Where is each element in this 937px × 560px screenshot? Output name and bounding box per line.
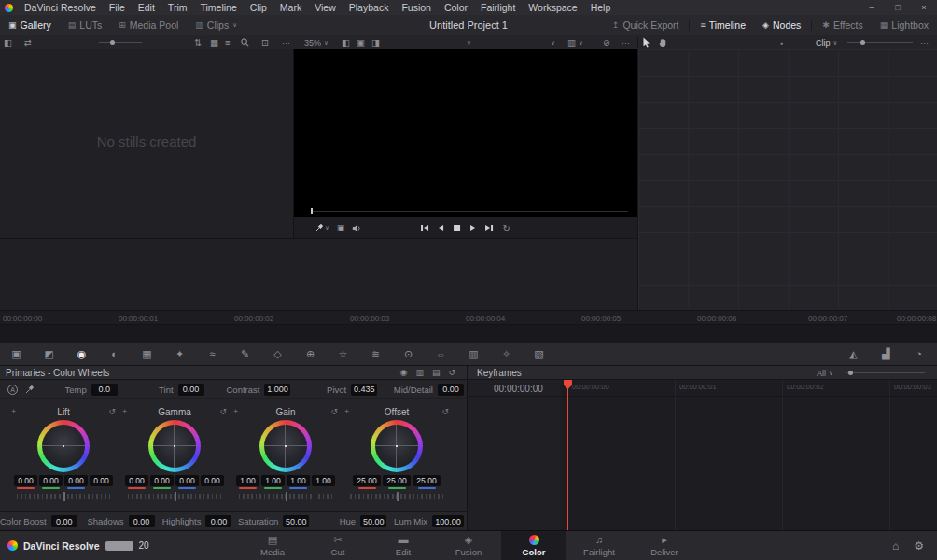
tool-sizing-icon[interactable]: ⇔ [425, 349, 457, 359]
menu-playback[interactable]: Playback [343, 0, 396, 15]
menu-trim[interactable]: Trim [161, 0, 194, 15]
page-tab-fusion[interactable]: ◈ Fusion [436, 531, 501, 560]
viewer-more-icon[interactable]: ··· [622, 35, 630, 49]
home-icon[interactable]: ⌂ [892, 539, 899, 553]
tool-key-icon[interactable]: ⊙ [392, 349, 425, 359]
tool-motion-effects-icon[interactable]: ✦ [163, 349, 196, 359]
nodes-more-icon[interactable]: ··· [920, 35, 929, 49]
keyframes-body[interactable]: 00:00:00:00 00:00:00:00 00:00:00:01 00:0… [468, 380, 937, 530]
clip-selector[interactable]: Clip ∨ [816, 35, 837, 49]
reset-panel-icon[interactable]: ↺ [448, 368, 455, 377]
tool-open-fx-icon[interactable]: ✧ [490, 349, 523, 359]
split-screen-select[interactable]: ∨ [551, 35, 555, 49]
pivot-value[interactable]: 0.435 [351, 384, 377, 396]
minimize-icon[interactable]: – [859, 0, 885, 15]
menu-workspace[interactable]: Workspace [522, 0, 583, 15]
shadows-value[interactable]: 0.00 [129, 515, 155, 527]
page-tab-fairlight[interactable]: ♫ Fairlight [566, 531, 632, 560]
offset-green-value[interactable]: 25.00 [383, 475, 411, 486]
viewer-scrub-bar[interactable] [311, 211, 628, 212]
compare-icon[interactable]: ⇄ [24, 35, 32, 49]
sort-icon[interactable]: ⇅ [194, 35, 202, 49]
wheels-view-icon[interactable]: ◉ [400, 368, 408, 377]
still-wipe-icon[interactable]: ▣ [337, 223, 345, 232]
wipe-mode-a-icon[interactable]: ◧ [342, 35, 350, 49]
play-button[interactable] [470, 225, 475, 231]
menu-view[interactable]: View [308, 0, 343, 15]
hue-value[interactable]: 50.00 [360, 515, 386, 527]
bars-view-icon[interactable]: ▥ [415, 368, 424, 377]
gamma-reset-icon[interactable]: ↺ [216, 407, 227, 416]
menu-timeline[interactable]: Timeline [193, 0, 243, 15]
gain-master-value[interactable]: 1.00 [312, 475, 335, 486]
close-icon[interactable]: × [911, 0, 937, 15]
split-view-icon[interactable]: ◧ [4, 35, 12, 49]
clips-toggle-button[interactable]: ▥ Clips ∨ [187, 15, 245, 35]
gamma-blue-value[interactable]: 0.00 [175, 475, 199, 486]
viewer-panel[interactable]: ∨ ▣ ↻ [294, 49, 637, 238]
search-icon[interactable] [241, 35, 249, 49]
tool-rgb-mixer-icon[interactable]: ▦ [131, 349, 163, 359]
tool-scopes-icon[interactable]: ▟ [870, 349, 902, 359]
page-tab-media[interactable]: ▤ Media [240, 531, 305, 560]
gamma-color-wheel[interactable] [148, 420, 201, 472]
lum-mix-value[interactable]: 100.00 [432, 515, 464, 527]
gain-target-icon[interactable]: + [233, 407, 245, 416]
keyframes-filter-select[interactable]: All ∨ [817, 366, 833, 380]
lift-green-value[interactable]: 0.00 [39, 475, 63, 486]
maximize-icon[interactable]: □ [885, 0, 911, 15]
bypass-grades-icon[interactable]: ⊘ [603, 35, 610, 49]
keyframes-zoom-slider[interactable] [846, 366, 925, 380]
tool-curves-icon[interactable]: ≈ [196, 349, 229, 359]
menu-clip[interactable]: Clip [244, 0, 273, 15]
wipe-mode-c-icon[interactable]: ◨ [371, 35, 380, 49]
viewer-overlay-select[interactable]: ▥∨ [567, 35, 583, 49]
offset-red-value[interactable]: 25.00 [353, 475, 381, 486]
color-picker-icon[interactable]: ∨ [315, 224, 329, 232]
menu-file[interactable]: File [103, 0, 132, 15]
fit-view-icon[interactable]: ⊡ [261, 35, 269, 49]
node-graph-panel[interactable] [637, 49, 937, 310]
gain-red-value[interactable]: 1.00 [236, 475, 259, 486]
mid-detail-value[interactable]: 0.00 [438, 384, 464, 396]
list-view-icon[interactable]: ≡ [225, 35, 231, 49]
nodes-zoom-slider[interactable] [847, 35, 913, 49]
menu-app[interactable]: DaVinci Resolve [18, 0, 103, 15]
menu-fusion[interactable]: Fusion [395, 0, 438, 15]
tool-magic-mask-icon[interactable]: ☆ [327, 349, 359, 359]
gamma-green-value[interactable]: 0.00 [150, 475, 174, 486]
tool-data-levels-icon[interactable]: ◭ [837, 349, 870, 359]
gain-reset-icon[interactable]: ↺ [327, 407, 338, 416]
wipe-mode-b-icon[interactable]: ▣ [357, 35, 365, 49]
tool-stereo-3d-icon[interactable]: ▥ [457, 349, 490, 359]
luts-toggle-button[interactable]: ▤ LUTs [60, 15, 110, 35]
highlights-value[interactable]: 0.00 [205, 515, 231, 527]
lift-red-value[interactable]: 0.00 [14, 475, 37, 486]
log-view-icon[interactable]: ▤ [432, 368, 441, 377]
loop-icon[interactable]: ↻ [503, 223, 510, 233]
media-pool-toggle-button[interactable]: ⊞ Media Pool [110, 15, 187, 35]
effects-toggle-button[interactable]: ✱ Effects [814, 15, 871, 35]
tool-color-match-icon[interactable]: ◩ [33, 349, 65, 359]
thumbnail-view-icon[interactable]: ▦ [210, 35, 218, 49]
gain-blue-value[interactable]: 1.00 [287, 475, 310, 486]
cursor-tool-icon[interactable] [643, 35, 650, 49]
temp-value[interactable]: 0.0 [91, 384, 118, 396]
offset-blue-value[interactable]: 25.00 [413, 475, 441, 486]
tool-color-wheels-icon[interactable]: ◉ [65, 349, 98, 359]
gamma-red-value[interactable]: 0.00 [125, 475, 148, 486]
tool-qualifier-icon[interactable]: ✎ [229, 349, 261, 359]
tool-tracker-icon[interactable]: ⊕ [294, 349, 327, 359]
last-frame-button[interactable] [485, 225, 493, 231]
gain-green-value[interactable]: 1.00 [261, 475, 285, 486]
white-balance-picker-icon[interactable] [25, 385, 34, 394]
tint-value[interactable]: 0.00 [178, 384, 204, 396]
offset-reset-icon[interactable]: ↺ [438, 407, 449, 416]
gamma-target-icon[interactable]: + [122, 407, 133, 416]
page-tab-edit[interactable]: ▬ Edit [371, 531, 436, 560]
page-tab-deliver[interactable]: ▸ Deliver [632, 531, 697, 560]
offset-color-wheel[interactable] [371, 420, 423, 472]
lift-master-value[interactable]: 0.00 [90, 475, 113, 486]
speaker-icon[interactable] [352, 219, 361, 236]
contrast-value[interactable]: 1.000 [264, 384, 290, 396]
